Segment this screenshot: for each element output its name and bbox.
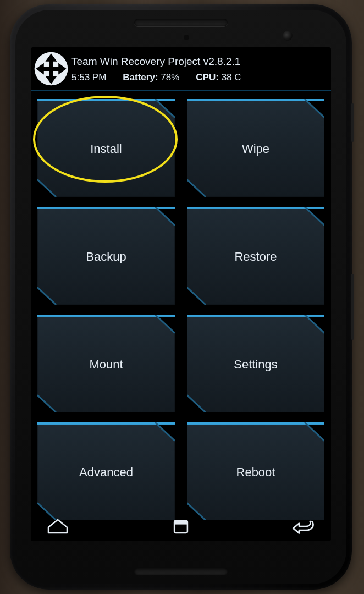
files-icon [169,517,192,536]
install-button[interactable]: Install [37,99,175,197]
header: Team Win Recovery Project v2.8.2.1 5:53 … [31,47,331,89]
settings-label: Settings [187,315,324,413]
restore-label: Restore [187,207,324,305]
backup-label: Backup [37,207,175,305]
settings-button[interactable]: Settings [187,315,324,413]
front-camera [283,31,293,41]
wipe-label: Wipe [187,99,324,197]
nav-back-button[interactable] [291,515,317,537]
reboot-button[interactable]: Reboot [187,422,324,520]
phone-frame: Team Win Recovery Project v2.8.2.1 5:53 … [10,4,352,590]
main-menu-grid: Install Wipe Backup [31,94,331,520]
volume-rocker [351,274,354,340]
restore-button[interactable]: Restore [187,207,324,305]
app-title: Team Win Recovery Project v2.8.2.1 [71,56,329,68]
advanced-button[interactable]: Advanced [37,422,175,520]
proximity-sensor [184,35,189,40]
twrp-logo-icon [33,51,69,87]
mount-label: Mount [37,315,175,413]
header-text: Team Win Recovery Project v2.8.2.1 5:53 … [71,54,329,83]
mount-button[interactable]: Mount [37,315,175,413]
header-divider [31,90,331,91]
status-battery: Battery: 78% [123,72,179,83]
back-icon [291,516,317,536]
wipe-button[interactable]: Wipe [187,99,324,197]
screen: Team Win Recovery Project v2.8.2.1 5:53 … [31,47,331,541]
status-row: 5:53 PM Battery: 78% CPU: 38 C [71,72,329,83]
power-button [351,103,354,142]
advanced-label: Advanced [37,422,175,520]
status-cpu: CPU: 38 C [196,72,241,83]
backup-button[interactable]: Backup [37,207,175,305]
earpiece [134,19,228,26]
status-time: 5:53 PM [71,72,106,83]
navbar [31,512,331,541]
reboot-label: Reboot [187,422,324,520]
nav-home-button[interactable] [45,515,70,537]
home-icon [45,517,70,536]
nav-files-button[interactable] [168,515,194,537]
bottom-speaker [134,568,228,575]
install-label: Install [37,99,175,197]
svg-rect-26 [174,521,187,525]
